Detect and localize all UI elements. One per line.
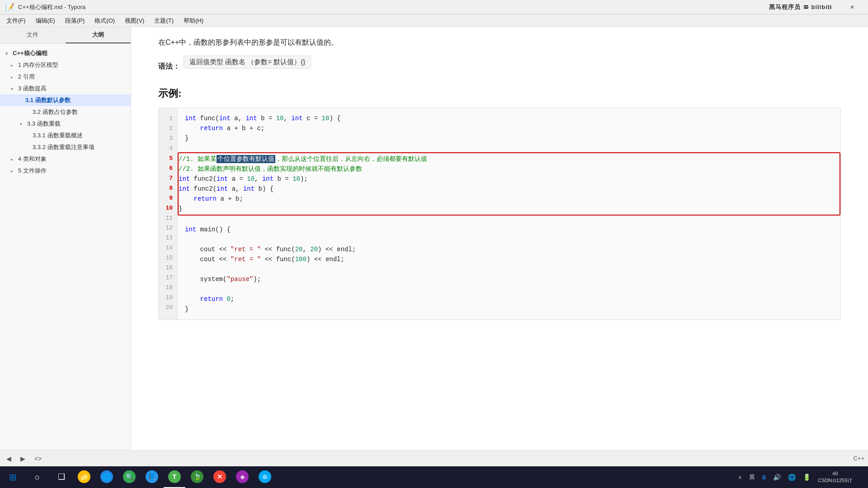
clock-time: 49 [818,470,852,477]
network-icon: 🌐 [788,474,796,481]
line-num-7: 7 [169,173,173,183]
taskbar-app1[interactable]: 🔍 [118,466,140,488]
taskbar-start-button[interactable]: ⊞ [2,466,24,488]
outline-item-memory[interactable]: ▸ 1 内存分区模型 [0,59,131,71]
code-line-3: } [185,133,833,143]
menu-file[interactable]: 文件(F) [2,14,30,27]
arrow-icon: ▾ [5,51,11,56]
outline-item-placeholder-param[interactable]: 3.2 函数占位参数 [0,106,131,118]
menu-help[interactable]: 帮助(H) [179,14,208,27]
taskbar-file-explorer[interactable]: 📁 [73,466,95,488]
taskbar-app2[interactable]: 📘 [141,466,163,488]
arrow-icon: ▸ [11,75,16,80]
tray-show-desktop[interactable] [857,466,864,488]
source-mode-button[interactable]: <> [32,454,44,463]
search-icon: ○ [34,472,40,483]
taskbar: ⊞ ○ ❑ 📁 🌐 🔍 📘 T 🍃 ✕ [0,466,868,488]
code-line-13 [185,235,833,244]
code-line-15: cout << "ret = " << func(100) << endl; [185,254,833,264]
taskbar-app4[interactable]: ✕ [209,466,231,488]
outline-item-overload-intro[interactable]: 3.3.1 函数重载概述 [0,130,131,141]
content-area[interactable]: 在C++中，函数的形参列表中的形参是可以有默认值的。 语法： 返回值类型 函数名… [131,27,868,450]
taskbar-app6[interactable]: ⊛ [254,466,276,488]
windows-icon: ⊞ [9,472,17,483]
tray-network[interactable]: 🌐 [785,466,798,488]
tray-clock[interactable]: 49 CSDN⊙1255计 [815,466,855,488]
tray-sougou[interactable]: S [760,466,769,488]
clock-date: CSDN⊙1255计 [818,477,852,484]
code-line-17: system("pause"); [185,274,833,284]
nav-next-button[interactable]: ▶ [18,454,28,463]
taskbar-edge[interactable]: 🌐 [96,466,118,488]
line-num-10: 10 [165,203,173,213]
app1-icon: 🔍 [123,470,136,483]
close-button[interactable]: ✕ [842,0,863,14]
outline-label: 2 引用 [18,73,35,81]
code-line-6: //2. 如果函数声明有默认值，函数实现的时候就不能有默认参数 [179,164,840,174]
line-num-17: 17 [165,272,173,282]
tab-outline[interactable]: 大纲 [66,27,131,43]
outline-label: 1 内存分区模型 [18,61,58,69]
line-num-3: 3 [169,133,173,143]
code-line-20: } [185,304,833,314]
outline-label: 3 函数提高 [18,84,47,93]
task-view-icon: ❑ [58,472,65,482]
menu-format[interactable]: 格式(O) [90,14,119,27]
titlebar: 📝 C++核心编程.md - Typora 黑马程序员 〓 bilibili ─… [0,0,868,14]
tray-battery[interactable]: 🔋 [800,466,813,488]
syntax-row: 语法： 返回值类型 函数名 （参数= 默认值）{} [158,56,841,78]
bottom-bar: ◀ ▶ <> C++ [0,450,868,466]
outline-label: 3.2 函数占位参数 [33,108,78,116]
taskbar-app3[interactable]: 🍃 [186,466,208,488]
code-line-9: return a + b; [179,194,840,204]
outline-item-func[interactable]: ▾ 3 函数提高 [0,83,131,94]
main-layout: 文件 大纲 ▾ C++核心编程 ▸ 1 内存分区模型 ▸ 2 引用 ▾ 3 函数… [0,27,868,450]
nav-prev-button[interactable]: ◀ [4,454,14,463]
code-line-4 [185,143,833,153]
window-title: C++核心编程.md - Typora [18,3,85,11]
outline-item-ref[interactable]: ▸ 2 引用 [0,71,131,83]
bilibili-logo: 黑马程序员 〓 bilibili [769,0,832,14]
outline-item-file[interactable]: ▸ 5 文件操作 [0,165,131,177]
tray-speaker[interactable]: 🔊 [770,466,783,488]
outline-item-overload-note[interactable]: 3.3.2 函数重载注意事项 [0,141,131,153]
line-num-15: 15 [165,253,173,263]
outline-item-overload[interactable]: ▾ 3.3 函数重载 [0,118,131,130]
code-lines[interactable]: int func(int a, int b = 10, int c = 10) … [178,108,840,319]
code-line-5: //1. 如果某个位置参数有默认值，那么从这个位置往后，从左向右，必须都要有默认… [179,154,840,164]
code-line-11 [185,215,833,225]
taskbar-task-view[interactable]: ❑ [51,466,72,488]
menu-view[interactable]: 视图(V) [120,14,149,27]
arrow-icon: ▸ [11,169,16,174]
outline-label: 3.1 函数默认参数 [25,96,71,104]
menubar: 文件(F) 编辑(E) 段落(P) 格式(O) 视图(V) 主题(T) 帮助(H… [0,14,868,27]
tray-arrow[interactable]: ∧ [736,466,745,488]
menu-paragraph[interactable]: 段落(P) [61,14,89,27]
code-block: 1 2 3 4 5 6 7 8 9 10 11 12 13 14 15 16 1 [158,108,841,320]
clock-display: 49 CSDN⊙1255计 [818,470,852,484]
outline-label: 4 类和对象 [18,155,47,163]
tray-ime[interactable]: 英 [746,466,758,488]
battery-icon: 🔋 [803,474,811,481]
sidebar: 文件 大纲 ▾ C++核心编程 ▸ 1 内存分区模型 ▸ 2 引用 ▾ 3 函数… [0,27,131,450]
taskbar-typora[interactable]: T [164,466,185,488]
taskbar-app5[interactable]: ◈ [231,466,253,488]
code-line-19: return 0; [185,294,833,304]
tray-expand-icon: ∧ [738,474,742,480]
line-num-12: 12 [165,223,173,233]
tab-file[interactable]: 文件 [0,27,66,43]
outline-item-default-param[interactable]: 3.1 函数默认参数 [0,94,131,106]
menu-edit[interactable]: 编辑(E) [31,14,60,27]
sidebar-tabs: 文件 大纲 [0,27,131,44]
taskbar-search-button[interactable]: ○ [24,466,50,488]
outline-item-class[interactable]: ▸ 4 类和对象 [0,153,131,165]
titlebar-left: 📝 C++核心编程.md - Typora [5,3,85,11]
menu-theme[interactable]: 主题(T) [150,14,178,27]
syntax-box: 返回值类型 函数名 （参数= 默认值）{} [184,56,311,69]
outline-item-cpp[interactable]: ▾ C++核心编程 [0,47,131,59]
code-line-12: int main() { [185,225,833,235]
syntax-label: 语法： [158,62,180,71]
arrow-icon: ▸ [11,157,16,162]
syntax-text: 返回值类型 函数名 （参数= 默认值）{} [189,58,305,66]
speaker-icon: 🔊 [773,474,781,481]
